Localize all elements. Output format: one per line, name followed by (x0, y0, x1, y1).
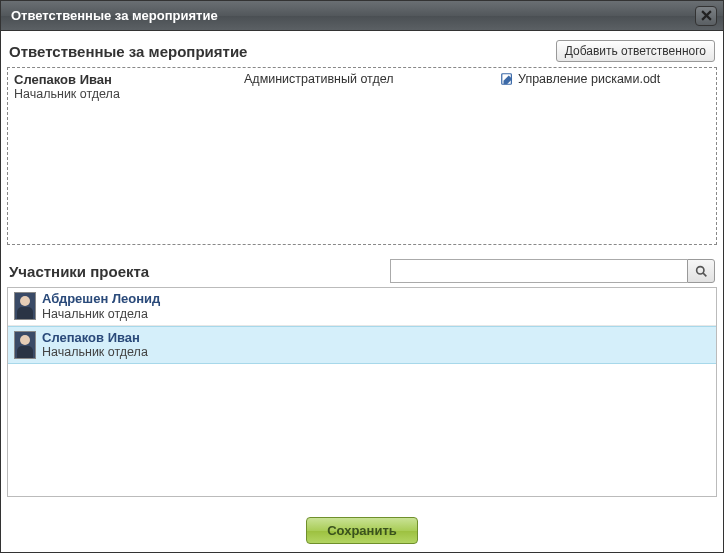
member-role: Начальник отдела (42, 307, 160, 322)
dialog-footer: Сохранить (1, 508, 723, 552)
responsible-role: Начальник отдела (14, 87, 244, 101)
members-search-input[interactable] (390, 259, 687, 283)
document-edit-icon (500, 72, 514, 86)
responsible-department: Административный отдел (244, 72, 500, 101)
member-name: Слепаков Иван (42, 330, 148, 346)
search-icon (695, 265, 708, 278)
members-search-button[interactable] (687, 259, 715, 283)
responsibles-list: Слепаков Иван Начальник отдела Администр… (7, 67, 717, 245)
member-role: Начальник отдела (42, 345, 148, 360)
responsible-document[interactable]: Управление рисками.odt (518, 72, 660, 86)
dialog-title: Ответственные за мероприятие (11, 8, 218, 23)
close-icon (701, 10, 712, 21)
members-title: Участники проекта (9, 263, 149, 280)
responsible-name: Слепаков Иван (14, 72, 244, 87)
responsibles-title: Ответственные за мероприятие (9, 43, 247, 60)
members-list: Абдрешен Леонид Начальник отдела Слепако… (7, 287, 717, 497)
close-button[interactable] (695, 6, 717, 26)
avatar (14, 331, 36, 359)
member-row[interactable]: Слепаков Иван Начальник отдела (8, 326, 716, 365)
add-responsible-button[interactable]: Добавить ответственного (556, 40, 715, 62)
avatar (14, 292, 36, 320)
dialog-titlebar: Ответственные за мероприятие (1, 1, 723, 31)
responsible-row[interactable]: Слепаков Иван Начальник отдела Администр… (8, 68, 716, 105)
member-name: Абдрешен Леонид (42, 291, 160, 307)
svg-point-1 (696, 266, 703, 273)
save-button[interactable]: Сохранить (306, 517, 418, 544)
member-row[interactable]: Абдрешен Леонид Начальник отдела (8, 288, 716, 326)
svg-line-2 (703, 273, 706, 276)
